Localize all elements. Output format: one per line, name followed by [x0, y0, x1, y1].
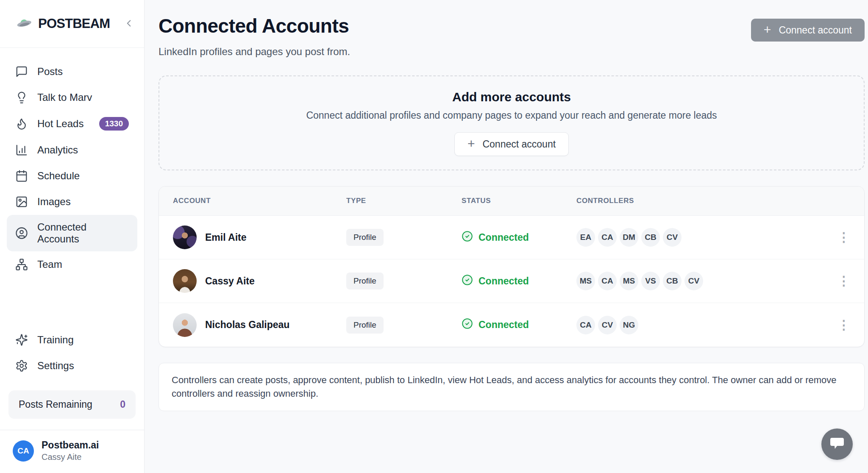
status-badge: Connected: [462, 318, 576, 332]
check-circle-icon: [462, 231, 473, 245]
controllers-list: MS CA MS VS CB CV: [576, 272, 827, 290]
user-circle-icon: [15, 227, 28, 239]
sidebar-item-label: Team: [37, 259, 62, 270]
row-actions-kebab-icon[interactable]: ⋮: [837, 275, 850, 287]
controller-chip: CB: [663, 272, 682, 290]
controller-chip: VS: [641, 272, 660, 290]
check-circle-icon: [462, 318, 473, 332]
column-header-type: TYPE: [346, 197, 462, 205]
chat-widget-button[interactable]: [821, 428, 853, 460]
sidebar-item-label: Connected Accounts: [37, 221, 129, 245]
plus-icon: +: [467, 137, 475, 150]
controller-chip: DM: [620, 228, 638, 247]
controller-chip: CV: [684, 272, 703, 290]
connect-account-button-top[interactable]: + Connect account: [751, 19, 865, 42]
controllers-list: EA CA DM CB CV: [576, 228, 827, 247]
accounts-table: ACCOUNT TYPE STATUS CONTROLLERS Emil Ait…: [159, 186, 865, 347]
plus-icon: +: [764, 23, 771, 36]
bar-chart-icon: [15, 144, 28, 156]
posts-remaining-card: Posts Remaining 0: [8, 390, 136, 419]
sidebar-item-label: Images: [37, 196, 71, 208]
chat-bubble-icon: [15, 65, 28, 78]
flame-icon: [15, 117, 28, 130]
gear-icon: [15, 359, 28, 372]
user-name: Cassy Aite: [42, 452, 99, 462]
status-badge: Connected: [462, 274, 576, 288]
table-row: Emil Aite Profile Connected EA CA DM CB …: [159, 216, 864, 259]
column-header-status: STATUS: [462, 197, 576, 205]
table-row: Cassy Aite Profile Connected MS CA MS VS…: [159, 259, 864, 303]
sidebar-item-settings[interactable]: Settings: [7, 353, 137, 378]
account-type-badge: Profile: [346, 229, 384, 246]
hot-leads-count-badge: 1330: [99, 117, 129, 131]
sidebar-header: POSTBEAM: [0, 0, 144, 48]
add-box-subtitle: Connect additional profiles and company …: [306, 110, 717, 121]
brand-logo: POSTBEAM: [15, 16, 121, 32]
controller-chip: CA: [576, 316, 595, 334]
account-name: Nicholas Galipeau: [205, 319, 289, 331]
sidebar-item-talk-to-marv[interactable]: Talk to Marv: [7, 85, 137, 110]
sidebar-item-label: Training: [37, 334, 74, 346]
account-name: Emil Aite: [205, 232, 247, 243]
row-actions-kebab-icon[interactable]: ⋮: [837, 231, 850, 244]
add-box-title: Add more accounts: [452, 90, 571, 104]
sidebar-item-label: Talk to Marv: [37, 92, 92, 103]
sidebar-item-connected-accounts[interactable]: Connected Accounts: [7, 215, 137, 251]
workspace-user-menu[interactable]: CA Postbeam.ai Cassy Aite: [7, 430, 137, 473]
main-content: Connected Accounts LinkedIn profiles and…: [145, 0, 868, 473]
status-badge: Connected: [462, 231, 576, 245]
sidebar-item-label: Hot Leads: [37, 118, 83, 130]
column-header-controllers: CONTROLLERS: [576, 197, 827, 205]
ufo-logo-icon: [15, 16, 33, 32]
sidebar-item-label: Posts: [37, 66, 63, 78]
sidebar: POSTBEAM Posts Talk to Marv Hot Leads 13…: [0, 0, 145, 473]
connect-account-button-inline[interactable]: + Connect account: [454, 132, 569, 156]
table-row: Nicholas Galipeau Profile Connected CA C…: [159, 303, 864, 347]
controllers-info-note: Controllers can create posts, approve co…: [159, 363, 865, 411]
sidebar-item-posts[interactable]: Posts: [7, 59, 137, 84]
check-circle-icon: [462, 274, 473, 288]
page-title: Connected Accounts: [159, 14, 350, 37]
page-header: Connected Accounts LinkedIn profiles and…: [159, 11, 865, 58]
account-type-badge: Profile: [346, 317, 384, 334]
brand-name: POSTBEAM: [38, 16, 110, 31]
column-header-account: ACCOUNT: [173, 197, 346, 205]
org-chart-icon: [15, 258, 28, 271]
sidebar-item-team[interactable]: Team: [7, 252, 137, 277]
controllers-list: CA CV NG: [576, 316, 827, 334]
table-body: Emil Aite Profile Connected EA CA DM CB …: [159, 216, 864, 347]
account-name: Cassy Aite: [205, 275, 255, 287]
sidebar-item-label: Settings: [37, 360, 74, 372]
sidebar-item-hot-leads[interactable]: Hot Leads 1330: [7, 111, 137, 137]
sidebar-collapse-button[interactable]: [121, 16, 136, 31]
chat-bubble-icon: [829, 437, 845, 452]
account-avatar: [173, 313, 197, 337]
user-avatar: CA: [13, 440, 34, 462]
controller-chip: CV: [663, 228, 682, 247]
table-header-row: ACCOUNT TYPE STATUS CONTROLLERS: [159, 186, 864, 216]
sparkles-icon: [15, 334, 28, 346]
controller-chip: EA: [576, 228, 595, 247]
sidebar-item-label: Schedule: [37, 170, 80, 182]
calendar-icon: [15, 170, 28, 182]
sidebar-item-training[interactable]: Training: [7, 327, 137, 353]
row-actions-kebab-icon[interactable]: ⋮: [837, 319, 850, 331]
posts-remaining-value: 0: [120, 399, 125, 410]
controller-chip: NG: [620, 316, 638, 334]
add-more-accounts-panel: Add more accounts Connect additional pro…: [159, 75, 865, 170]
account-type-badge: Profile: [346, 273, 384, 289]
sidebar-nav: Posts Talk to Marv Hot Leads 1330 Analyt…: [0, 48, 144, 278]
account-avatar: [173, 225, 197, 249]
sidebar-item-label: Analytics: [37, 144, 78, 156]
posts-remaining-label: Posts Remaining: [19, 399, 92, 410]
account-avatar: [173, 269, 197, 293]
lightbulb-icon: [15, 91, 28, 104]
controller-chip: CA: [598, 272, 617, 290]
controller-chip: CV: [598, 316, 617, 334]
chevron-left-icon: [123, 18, 134, 30]
sidebar-item-images[interactable]: Images: [7, 189, 137, 214]
page-subtitle: LinkedIn profiles and pages you post fro…: [159, 46, 350, 58]
app-root: POSTBEAM Posts Talk to Marv Hot Leads 13…: [0, 0, 868, 473]
sidebar-item-analytics[interactable]: Analytics: [7, 137, 137, 163]
sidebar-item-schedule[interactable]: Schedule: [7, 163, 137, 189]
